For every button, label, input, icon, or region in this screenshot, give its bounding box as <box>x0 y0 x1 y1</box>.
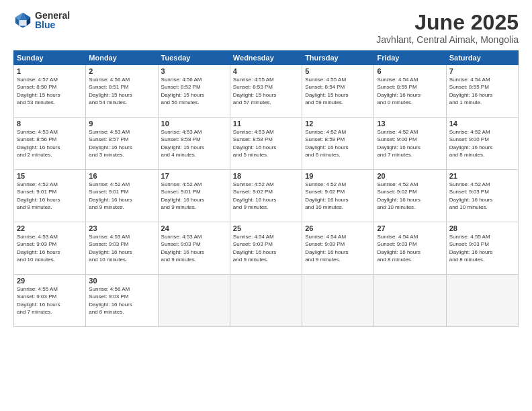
day-number: 20 <box>377 172 443 180</box>
calendar-body: 1Sunrise: 4:57 AM Sunset: 8:50 PM Daylig… <box>14 65 519 327</box>
calendar-cell: 20Sunrise: 4:52 AM Sunset: 9:02 PM Dayli… <box>374 170 446 222</box>
day-number: 8 <box>17 120 83 128</box>
day-info: Sunrise: 4:55 AM Sunset: 9:03 PM Dayligh… <box>449 233 515 263</box>
day-info: Sunrise: 4:52 AM Sunset: 9:01 PM Dayligh… <box>17 181 83 211</box>
calendar-cell: 25Sunrise: 4:54 AM Sunset: 9:03 PM Dayli… <box>230 222 302 275</box>
calendar-cell: 22Sunrise: 4:53 AM Sunset: 9:03 PM Dayli… <box>14 222 86 275</box>
day-info: Sunrise: 4:52 AM Sunset: 9:00 PM Dayligh… <box>377 128 443 158</box>
logo-text: General Blue <box>35 11 70 30</box>
calendar-cell: 16Sunrise: 4:52 AM Sunset: 9:01 PM Dayli… <box>86 170 158 222</box>
day-number: 12 <box>305 120 371 128</box>
calendar-table: SundayMondayTuesdayWednesdayThursdayFrid… <box>13 50 519 327</box>
day-number: 7 <box>449 67 515 75</box>
day-info: Sunrise: 4:52 AM Sunset: 9:02 PM Dayligh… <box>377 181 443 211</box>
logo: General Blue <box>13 11 70 30</box>
calendar-week-3: 15Sunrise: 4:52 AM Sunset: 9:01 PM Dayli… <box>14 170 519 222</box>
day-number: 25 <box>233 224 299 232</box>
day-number: 18 <box>233 172 299 180</box>
svg-marker-5 <box>19 26 26 28</box>
day-info: Sunrise: 4:54 AM Sunset: 9:03 PM Dayligh… <box>377 233 443 263</box>
day-info: Sunrise: 4:53 AM Sunset: 9:03 PM Dayligh… <box>161 233 227 263</box>
day-number: 21 <box>449 172 515 180</box>
day-info: Sunrise: 4:54 AM Sunset: 9:03 PM Dayligh… <box>305 233 371 263</box>
day-number: 1 <box>17 67 83 75</box>
day-number: 19 <box>305 172 371 180</box>
calendar-cell: 4Sunrise: 4:55 AM Sunset: 8:53 PM Daylig… <box>230 65 302 118</box>
calendar-cell: 10Sunrise: 4:53 AM Sunset: 8:58 PM Dayli… <box>158 118 230 170</box>
day-number: 17 <box>161 172 227 180</box>
calendar-cell: 3Sunrise: 4:56 AM Sunset: 8:52 PM Daylig… <box>158 65 230 118</box>
calendar-header-saturday: Saturday <box>446 51 518 65</box>
day-number: 6 <box>377 67 443 75</box>
day-number: 30 <box>89 277 154 285</box>
day-number: 10 <box>161 120 227 128</box>
calendar-cell: 9Sunrise: 4:53 AM Sunset: 8:57 PM Daylig… <box>86 118 158 170</box>
day-number: 14 <box>449 120 515 128</box>
day-info: Sunrise: 4:56 AM Sunset: 8:52 PM Dayligh… <box>161 76 227 106</box>
location-title: Javhlant, Central Aimak, Mongolia <box>376 34 519 45</box>
calendar-week-4: 22Sunrise: 4:53 AM Sunset: 9:03 PM Dayli… <box>14 222 519 275</box>
day-info: Sunrise: 4:52 AM Sunset: 9:02 PM Dayligh… <box>305 181 371 211</box>
logo-icon <box>13 11 32 30</box>
calendar-cell <box>374 275 446 327</box>
day-info: Sunrise: 4:52 AM Sunset: 9:03 PM Dayligh… <box>449 181 515 211</box>
day-info: Sunrise: 4:57 AM Sunset: 8:50 PM Dayligh… <box>17 76 83 106</box>
calendar-cell: 7Sunrise: 4:54 AM Sunset: 8:55 PM Daylig… <box>446 65 518 118</box>
logo-blue-text: Blue <box>35 20 70 30</box>
day-number: 9 <box>89 120 154 128</box>
day-number: 16 <box>89 172 154 180</box>
calendar-cell <box>302 275 374 327</box>
day-number: 2 <box>89 67 154 75</box>
day-number: 27 <box>377 224 443 232</box>
calendar-cell: 13Sunrise: 4:52 AM Sunset: 9:00 PM Dayli… <box>374 118 446 170</box>
calendar-cell: 26Sunrise: 4:54 AM Sunset: 9:03 PM Dayli… <box>302 222 374 275</box>
calendar-week-1: 1Sunrise: 4:57 AM Sunset: 8:50 PM Daylig… <box>14 65 519 118</box>
day-info: Sunrise: 4:52 AM Sunset: 9:01 PM Dayligh… <box>161 181 227 211</box>
calendar-header-row: SundayMondayTuesdayWednesdayThursdayFrid… <box>14 51 519 65</box>
calendar-cell: 6Sunrise: 4:54 AM Sunset: 8:55 PM Daylig… <box>374 65 446 118</box>
calendar-cell: 30Sunrise: 4:56 AM Sunset: 9:03 PM Dayli… <box>86 275 158 327</box>
calendar-cell: 8Sunrise: 4:53 AM Sunset: 8:56 PM Daylig… <box>14 118 86 170</box>
calendar-cell: 24Sunrise: 4:53 AM Sunset: 9:03 PM Dayli… <box>158 222 230 275</box>
calendar-cell: 23Sunrise: 4:53 AM Sunset: 9:03 PM Dayli… <box>86 222 158 275</box>
day-number: 23 <box>89 224 154 232</box>
day-number: 13 <box>377 120 443 128</box>
calendar-cell: 19Sunrise: 4:52 AM Sunset: 9:02 PM Dayli… <box>302 170 374 222</box>
calendar-cell <box>158 275 230 327</box>
day-info: Sunrise: 4:56 AM Sunset: 8:51 PM Dayligh… <box>89 76 154 106</box>
calendar-week-2: 8Sunrise: 4:53 AM Sunset: 8:56 PM Daylig… <box>14 118 519 170</box>
day-info: Sunrise: 4:55 AM Sunset: 8:53 PM Dayligh… <box>233 76 299 106</box>
day-info: Sunrise: 4:53 AM Sunset: 8:58 PM Dayligh… <box>161 128 227 158</box>
calendar-cell: 29Sunrise: 4:55 AM Sunset: 9:03 PM Dayli… <box>14 275 86 327</box>
day-info: Sunrise: 4:53 AM Sunset: 8:57 PM Dayligh… <box>89 128 154 158</box>
day-number: 28 <box>449 224 515 232</box>
calendar-header-friday: Friday <box>374 51 446 65</box>
calendar-cell <box>446 275 518 327</box>
day-info: Sunrise: 4:54 AM Sunset: 8:55 PM Dayligh… <box>377 76 443 106</box>
day-number: 24 <box>161 224 227 232</box>
day-info: Sunrise: 4:53 AM Sunset: 9:03 PM Dayligh… <box>17 233 83 263</box>
calendar-cell: 15Sunrise: 4:52 AM Sunset: 9:01 PM Dayli… <box>14 170 86 222</box>
day-info: Sunrise: 4:52 AM Sunset: 9:02 PM Dayligh… <box>233 181 299 211</box>
logo-general-text: General <box>35 11 70 20</box>
day-number: 4 <box>233 67 299 75</box>
calendar-cell: 12Sunrise: 4:52 AM Sunset: 8:59 PM Dayli… <box>302 118 374 170</box>
calendar-cell: 18Sunrise: 4:52 AM Sunset: 9:02 PM Dayli… <box>230 170 302 222</box>
day-number: 3 <box>161 67 227 75</box>
calendar-cell: 17Sunrise: 4:52 AM Sunset: 9:01 PM Dayli… <box>158 170 230 222</box>
calendar-cell: 21Sunrise: 4:52 AM Sunset: 9:03 PM Dayli… <box>446 170 518 222</box>
calendar-cell: 14Sunrise: 4:52 AM Sunset: 9:00 PM Dayli… <box>446 118 518 170</box>
calendar-cell: 5Sunrise: 4:55 AM Sunset: 8:54 PM Daylig… <box>302 65 374 118</box>
day-info: Sunrise: 4:56 AM Sunset: 9:03 PM Dayligh… <box>89 285 154 316</box>
day-number: 15 <box>17 172 83 180</box>
month-title: June 2025 <box>376 11 519 34</box>
day-info: Sunrise: 4:53 AM Sunset: 8:56 PM Dayligh… <box>17 128 83 158</box>
day-number: 5 <box>305 67 371 75</box>
day-number: 26 <box>305 224 371 232</box>
day-info: Sunrise: 4:55 AM Sunset: 8:54 PM Dayligh… <box>305 76 371 106</box>
day-info: Sunrise: 4:52 AM Sunset: 9:00 PM Dayligh… <box>449 128 515 158</box>
day-info: Sunrise: 4:52 AM Sunset: 9:01 PM Dayligh… <box>89 181 154 211</box>
calendar-header-tuesday: Tuesday <box>158 51 230 65</box>
page-header: General Blue June 2025 Javhlant, Central… <box>13 11 519 45</box>
calendar-header-sunday: Sunday <box>14 51 86 65</box>
